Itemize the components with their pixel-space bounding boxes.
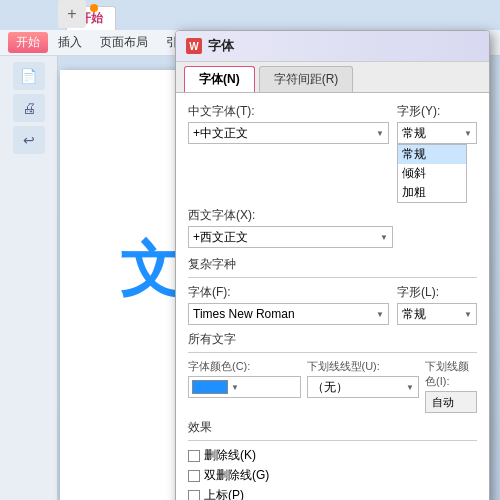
- underline-color-label: 下划线颜色(I):: [425, 359, 477, 389]
- tab-font[interactable]: 字体(N): [184, 66, 255, 92]
- font-color-field: 字体颜色(C): ▼: [188, 359, 301, 398]
- print-icon[interactable]: 🖨: [13, 94, 45, 122]
- underline-label: 下划线线型(U):: [307, 359, 420, 374]
- chinese-font-arrow: ▼: [376, 129, 384, 138]
- complex-style-label: 字形(L):: [397, 284, 477, 301]
- complex-font-label: 字体(F):: [188, 284, 389, 301]
- style-list: 常规 倾斜 加粗: [397, 144, 467, 203]
- auto-button[interactable]: 自动: [425, 391, 477, 413]
- effect2-label: 双删除线(G): [204, 467, 269, 484]
- style-regular[interactable]: 常规: [398, 145, 466, 164]
- doc-character: 文: [120, 230, 180, 311]
- underline-select[interactable]: （无） ▼: [307, 376, 420, 398]
- color-swatch: [192, 380, 228, 394]
- effect1-row: 删除线(K): [188, 447, 477, 464]
- chinese-font-select[interactable]: +中文正文 ▼: [188, 122, 389, 144]
- chinese-font-label: 中文字体(T):: [188, 103, 389, 120]
- western-font-value: +西文正文: [193, 229, 248, 246]
- underline-color-field: 下划线颜色(I): 自动: [425, 359, 477, 413]
- complex-font-select[interactable]: Times New Roman ▼: [188, 303, 389, 325]
- underline-arrow: ▼: [406, 383, 414, 392]
- western-font-select[interactable]: +西文正文 ▼: [188, 226, 393, 248]
- dialog-icon: W: [186, 38, 202, 54]
- underline-value: （无）: [312, 379, 348, 396]
- western-font-label: 西文字体(X):: [188, 207, 477, 224]
- effect1-checkbox[interactable]: [188, 450, 200, 462]
- western-font-row: 西文字体(X): +西文正文 ▼: [188, 207, 477, 248]
- left-panel: 📄 🖨 ↩: [0, 56, 58, 500]
- style-select[interactable]: 常规 ▼: [397, 122, 477, 144]
- doc-icon[interactable]: 📄: [13, 62, 45, 90]
- complex-divider: [188, 277, 477, 278]
- underline-field: 下划线线型(U): （无） ▼: [307, 359, 420, 398]
- complex-style-value: 常规: [402, 306, 426, 323]
- complex-style-select[interactable]: 常规 ▼: [397, 303, 477, 325]
- complex-style-arrow: ▼: [464, 310, 472, 319]
- chinese-font-row: 中文字体(T): +中文正文 ▼ 字形(Y): 常规 ▼ 常规 倾斜 加粗: [188, 103, 477, 203]
- undo-icon[interactable]: ↩: [13, 126, 45, 154]
- tab-spacing[interactable]: 字符间距(R): [259, 66, 354, 92]
- effect1-label: 删除线(K): [204, 447, 256, 464]
- style-value: 常规: [402, 125, 426, 142]
- style-col: 字形(Y): 常规 ▼ 常规 倾斜 加粗: [397, 103, 477, 203]
- effect3-row: 上标(P): [188, 487, 477, 500]
- all-text-divider: [188, 352, 477, 353]
- style-italic[interactable]: 倾斜: [398, 164, 466, 183]
- color-arrow: ▼: [231, 383, 239, 392]
- menu-insert[interactable]: 插入: [50, 32, 90, 53]
- effects-title: 效果: [188, 419, 477, 436]
- complex-section-title: 复杂字种: [188, 256, 477, 273]
- dialog-title: 字体: [208, 37, 234, 55]
- effect2-row: 双删除线(G): [188, 467, 477, 484]
- style-label: 字形(Y):: [397, 103, 477, 120]
- menu-layout[interactable]: 页面布局: [92, 32, 156, 53]
- complex-font-value: Times New Roman: [193, 307, 295, 321]
- dialog-titlebar: W 字体: [176, 31, 489, 62]
- all-text-row: 字体颜色(C): ▼ 下划线线型(U): （无） ▼ 下划线颜色(I): 自动: [188, 359, 477, 413]
- chinese-font-col: 中文字体(T): +中文正文 ▼: [188, 103, 389, 203]
- dialog-body: 中文字体(T): +中文正文 ▼ 字形(Y): 常规 ▼ 常规 倾斜 加粗: [176, 93, 489, 500]
- font-dialog: W 字体 字体(N) 字符间距(R) 中文字体(T): +中文正文 ▼ 字形(Y…: [175, 30, 490, 500]
- new-tab-button[interactable]: +: [58, 0, 86, 28]
- effect3-checkbox[interactable]: [188, 490, 200, 501]
- all-text-title: 所有文字: [188, 331, 477, 348]
- orange-dot: [90, 4, 98, 12]
- complex-font-row: 字体(F): Times New Roman ▼ 字形(L): 常规 ▼: [188, 284, 477, 325]
- effect3-label: 上标(P): [204, 487, 244, 500]
- dialog-tab-bar: 字体(N) 字符间距(R): [176, 62, 489, 93]
- style-bold[interactable]: 加粗: [398, 183, 466, 202]
- chinese-font-value: +中文正文: [193, 125, 248, 142]
- effects-divider: [188, 440, 477, 441]
- western-font-arrow: ▼: [380, 233, 388, 242]
- complex-style-col: 字形(L): 常规 ▼: [397, 284, 477, 325]
- font-color-select[interactable]: ▼: [188, 376, 301, 398]
- complex-font-col: 字体(F): Times New Roman ▼: [188, 284, 389, 325]
- complex-font-arrow: ▼: [376, 310, 384, 319]
- menu-start[interactable]: 开始: [8, 32, 48, 53]
- effect2-checkbox[interactable]: [188, 470, 200, 482]
- style-arrow: ▼: [464, 129, 472, 138]
- font-color-label: 字体颜色(C):: [188, 359, 301, 374]
